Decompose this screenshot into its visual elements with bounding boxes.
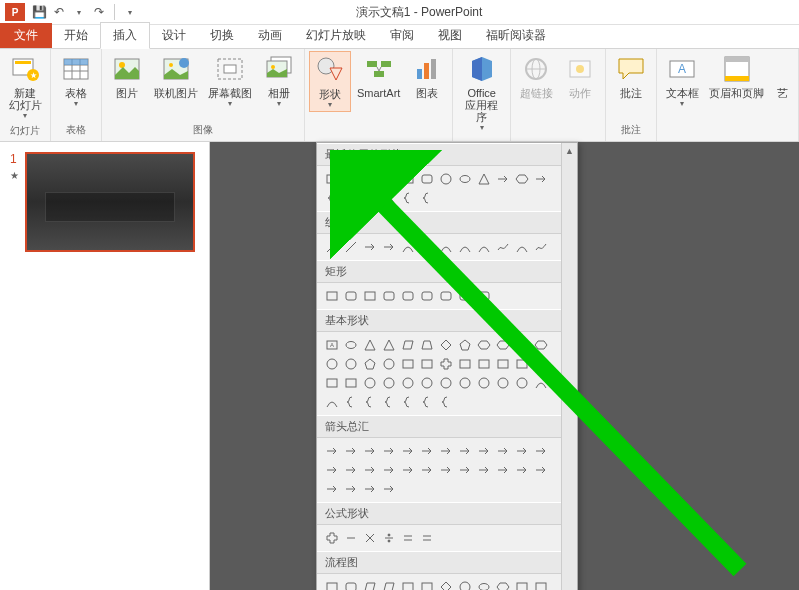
shape-item-rect[interactable] <box>513 355 531 373</box>
shape-item-triangle[interactable] <box>475 170 493 188</box>
shape-item-brace[interactable] <box>323 189 341 207</box>
shape-item-arrow[interactable] <box>456 461 474 479</box>
shapes-scrollbar[interactable]: ▲ ▼ <box>561 143 577 590</box>
shape-item-arrow[interactable] <box>399 461 417 479</box>
hyperlink-button[interactable]: 超链接 <box>515 51 557 101</box>
shapes-button[interactable]: 形状 ▾ <box>309 51 351 112</box>
shape-item-arrow[interactable] <box>437 461 455 479</box>
shape-item-arrow[interactable] <box>380 238 398 256</box>
shape-item-circle[interactable] <box>494 374 512 392</box>
shape-item-diamond[interactable] <box>437 336 455 354</box>
shape-item-hex[interactable] <box>513 336 531 354</box>
shape-item-arrow[interactable] <box>361 480 379 498</box>
shape-item-rect[interactable] <box>323 374 341 392</box>
shape-item-free[interactable] <box>532 238 550 256</box>
shape-item-brace[interactable] <box>380 393 398 411</box>
shape-item-roundrect[interactable] <box>380 287 398 305</box>
shape-item-rect[interactable] <box>494 355 512 373</box>
tab-animations[interactable]: 动画 <box>246 23 294 48</box>
shape-item-circle[interactable] <box>361 374 379 392</box>
shape-item-circle[interactable] <box>380 355 398 373</box>
shape-item-curve[interactable] <box>456 238 474 256</box>
shape-item-roundrect[interactable] <box>437 287 455 305</box>
shape-item-brace[interactable] <box>361 393 379 411</box>
shape-item-circle[interactable] <box>437 170 455 188</box>
chart-button[interactable]: 图表 <box>406 51 448 101</box>
shape-item-roundrect[interactable] <box>418 170 436 188</box>
shape-item-line[interactable] <box>342 170 360 188</box>
shape-item-hex[interactable] <box>475 336 493 354</box>
shape-item-circle[interactable] <box>456 374 474 392</box>
wordart-button[interactable]: 艺 <box>770 51 794 101</box>
shape-item-curve[interactable] <box>532 374 550 392</box>
shape-item-arrow[interactable] <box>361 238 379 256</box>
shape-item-rect[interactable] <box>323 287 341 305</box>
shape-item-roundrect[interactable] <box>475 287 493 305</box>
shape-item-curve[interactable] <box>399 238 417 256</box>
shape-item-arrow[interactable] <box>399 442 417 460</box>
shape-item-arrow[interactable] <box>437 442 455 460</box>
shape-item-ellipse[interactable] <box>342 336 360 354</box>
shape-item-curve[interactable] <box>342 189 360 207</box>
shape-item-pent[interactable] <box>456 336 474 354</box>
shape-item-rect[interactable] <box>532 355 550 373</box>
shape-item-rect[interactable] <box>342 374 360 392</box>
shape-item-brace[interactable] <box>418 189 436 207</box>
shape-item-roundrect[interactable] <box>418 287 436 305</box>
shape-item-curve[interactable] <box>513 238 531 256</box>
tab-slideshow[interactable]: 幻灯片放映 <box>294 23 378 48</box>
shape-item-arrow[interactable] <box>380 461 398 479</box>
shape-item-arrow[interactable] <box>532 461 550 479</box>
shape-item-rect[interactable] <box>532 578 550 590</box>
shape-item-hex[interactable] <box>532 336 550 354</box>
shape-item-circle[interactable] <box>475 374 493 392</box>
tab-file[interactable]: 文件 <box>0 23 52 48</box>
shape-item-arrow[interactable] <box>532 442 550 460</box>
shape-item-curve[interactable] <box>418 238 436 256</box>
shape-item-curve[interactable] <box>380 189 398 207</box>
shape-item-arrow[interactable] <box>532 170 550 188</box>
shape-item-rect[interactable] <box>323 578 341 590</box>
shape-item-plus[interactable] <box>437 355 455 373</box>
shape-item-arrow[interactable] <box>456 442 474 460</box>
shape-item-trapezoid[interactable] <box>418 336 436 354</box>
album-button[interactable]: 相册 ▾ <box>258 51 300 110</box>
tab-view[interactable]: 视图 <box>426 23 474 48</box>
shape-item-hex[interactable] <box>513 170 531 188</box>
shape-item-rect[interactable] <box>399 578 417 590</box>
shape-item-hex[interactable] <box>494 336 512 354</box>
office-apps-button[interactable]: Office 应用程序 ▾ <box>457 51 506 134</box>
new-slide-button[interactable]: ★ 新建 幻灯片 ▾ <box>4 51 46 122</box>
shape-item-rect[interactable] <box>475 355 493 373</box>
shape-item-ellipse[interactable] <box>475 578 493 590</box>
shape-item-free[interactable] <box>361 189 379 207</box>
screenshot-button[interactable]: 屏幕截图 ▾ <box>204 51 256 110</box>
shape-item-circle[interactable] <box>342 355 360 373</box>
shape-item-equals[interactable] <box>418 529 436 547</box>
shape-item-circle[interactable] <box>513 374 531 392</box>
shape-item-ellipse[interactable] <box>456 170 474 188</box>
shape-item-equals[interactable] <box>399 529 417 547</box>
shape-item-roundrect[interactable] <box>342 578 360 590</box>
undo-button[interactable]: ↶ <box>50 3 68 21</box>
shape-item-curve[interactable] <box>475 238 493 256</box>
tab-insert[interactable]: 插入 <box>100 22 150 49</box>
shape-item-line[interactable] <box>342 238 360 256</box>
table-button[interactable]: 表格 ▾ <box>55 51 97 110</box>
save-button[interactable]: 💾 <box>30 3 48 21</box>
shape-item-multiply[interactable] <box>361 529 379 547</box>
redo-button[interactable]: ↷ <box>90 3 108 21</box>
shape-item-arrow[interactable] <box>494 442 512 460</box>
tab-review[interactable]: 审阅 <box>378 23 426 48</box>
online-picture-button[interactable]: 联机图片 <box>150 51 202 101</box>
shape-item-arrow[interactable] <box>380 170 398 188</box>
shape-item-parallelogram[interactable] <box>399 336 417 354</box>
shape-item-arrow[interactable] <box>513 461 531 479</box>
shape-item-parallelogram[interactable] <box>361 578 379 590</box>
shape-item-arrow[interactable] <box>323 461 341 479</box>
tab-design[interactable]: 设计 <box>150 23 198 48</box>
shape-item-rect[interactable] <box>399 170 417 188</box>
shape-item-plus[interactable] <box>323 529 341 547</box>
shape-item-parallelogram[interactable] <box>380 578 398 590</box>
shape-item-circle[interactable] <box>380 374 398 392</box>
